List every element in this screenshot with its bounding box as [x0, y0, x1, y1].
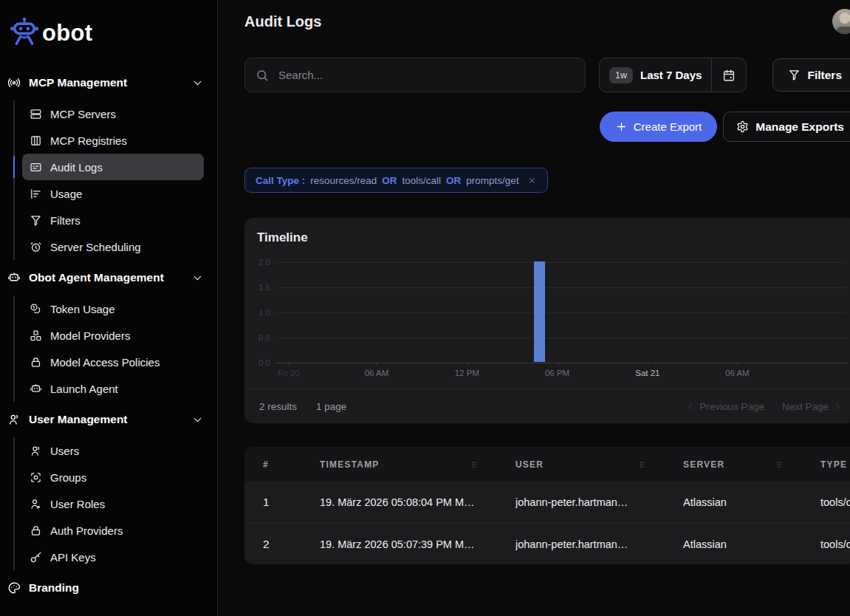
x-axis-tick-label: 06 AM — [725, 369, 750, 377]
sidebar-section-mcp-management[interactable]: MCP Management — [7, 68, 204, 97]
brand-name: obot — [42, 20, 92, 47]
sidebar-item-server-scheduling[interactable]: Server Scheduling — [22, 233, 204, 260]
server-icon — [30, 108, 42, 120]
alarm-clock-icon — [30, 241, 42, 253]
column-label: USER — [515, 459, 544, 470]
x-axis-tick — [377, 363, 377, 366]
y-axis-tick-label: 2.0 — [258, 258, 270, 267]
y-axis-tick-label: 0.0 — [258, 358, 270, 367]
create-export-button[interactable]: Create Export — [600, 112, 718, 142]
next-page-label: Next Page — [782, 401, 829, 412]
sidebar-item-label: Server Scheduling — [50, 241, 141, 253]
sidebar-section-obot-agent-management[interactable]: Obot Agent Management — [7, 263, 204, 292]
app-root: obot MCP ManagementMCP ServersMCP Regist… — [0, 0, 850, 616]
topbar: Audit Logs — [244, 0, 850, 43]
table-header-row: #TIMESTAMPUSERSERVERTYPE — [244, 447, 850, 482]
x-axis-tick-label: 06 PM — [545, 369, 569, 377]
sidebar-item-users[interactable]: Users — [22, 437, 204, 464]
x-axis-tick-label: Sat 21 — [635, 369, 659, 377]
column-header-timestamp[interactable]: TIMESTAMP — [320, 459, 515, 470]
funnel-icon — [788, 69, 801, 81]
bot-icon — [30, 383, 42, 395]
close-icon[interactable] — [527, 176, 537, 185]
gridline — [275, 287, 847, 288]
sidebar-item-token-usage[interactable]: Token Usage — [22, 295, 204, 322]
sidebar-item-usage[interactable]: Usage — [22, 180, 204, 207]
export-actions: Create Export Manage Exports — [244, 112, 850, 142]
usage-icon — [30, 188, 42, 200]
date-range-picker[interactable]: 1w Last 7 Days — [599, 58, 747, 92]
previous-page-label: Previous Page — [699, 401, 764, 412]
timeline-card: Timeline 2.01.51.00.50.0Fri 2006 AM12 PM… — [244, 218, 850, 423]
next-page-button[interactable]: Next Page — [782, 401, 843, 412]
column-resize-handle-icon[interactable] — [775, 459, 784, 470]
calendar-icon — [722, 69, 736, 82]
chip-field-label: Call Type : — [256, 175, 305, 186]
column-resize-handle-icon[interactable] — [470, 459, 479, 470]
filters-button[interactable]: Filters — [772, 58, 850, 92]
sidebar-item-api-keys[interactable]: API Keys — [22, 544, 204, 570]
y-axis-tick-label: 0.5 — [258, 333, 270, 342]
sidebar-item-label: MCP Servers — [50, 108, 116, 120]
sidebar-item-auth-providers[interactable]: Auth Providers — [22, 517, 204, 544]
funnel-icon — [30, 214, 42, 227]
section-items: UsersGroupsUser RolesAuth ProvidersAPI K… — [13, 437, 204, 570]
sidebar-item-user-roles[interactable]: User Roles — [22, 490, 204, 517]
sidebar-item-mcp-registries[interactable]: MCP Registries — [22, 127, 204, 154]
sidebar-section-user-management[interactable]: User Management — [7, 405, 204, 434]
section-label: MCP Management — [29, 76, 127, 89]
sidebar-item-filters[interactable]: Filters — [22, 207, 204, 233]
column-resize-handle-icon[interactable] — [637, 459, 646, 470]
range-badge: 1w — [609, 67, 633, 83]
gridline — [275, 338, 847, 338]
sidebar-section-branding[interactable]: Branding — [7, 573, 204, 603]
cell-server: Atlassian — [683, 496, 820, 508]
previous-page-button[interactable]: Previous Page — [685, 401, 764, 412]
x-axis-tick — [558, 363, 558, 366]
chip-value: tools/call — [402, 175, 442, 186]
brand-logo[interactable]: obot — [0, 0, 217, 58]
chevron-down-icon — [191, 77, 204, 89]
cell-server: Atlassian — [683, 538, 820, 550]
sidebar-item-label: Usage — [50, 188, 82, 200]
column-header-[interactable]: # — [244, 459, 320, 470]
chevron-right-icon — [833, 402, 843, 411]
coins-icon — [30, 303, 42, 315]
page-title: Audit Logs — [244, 13, 321, 30]
create-export-label: Create Export — [634, 120, 702, 133]
sidebar-item-model-access-policies[interactable]: Model Access Policies — [22, 349, 204, 375]
sidebar-item-groups[interactable]: Groups — [22, 464, 204, 490]
sidebar-item-label: Launch Agent — [50, 383, 118, 395]
user-avatar[interactable] — [832, 9, 850, 34]
key-icon — [30, 551, 42, 564]
column-header-type[interactable]: TYPE — [820, 459, 850, 470]
sidebar-item-label: Model Providers — [50, 329, 130, 342]
sidebar-item-audit-logs[interactable]: Audit Logs — [22, 154, 204, 180]
sidebar-item-label: Groups — [50, 471, 86, 484]
sidebar-item-label: Users — [50, 445, 79, 457]
timeline-chart: 2.01.51.00.50.0Fri 2006 AM12 PM06 PMSat … — [275, 262, 847, 363]
sidebar-item-mcp-servers[interactable]: MCP Servers — [22, 100, 204, 127]
search-input[interactable] — [277, 68, 575, 82]
section-items: MCP ServersMCP RegistriesAudit LogsUsage… — [13, 100, 204, 260]
gridline — [275, 262, 847, 263]
manage-exports-button[interactable]: Manage Exports — [723, 112, 850, 142]
sidebar-item-label: Model Access Policies — [50, 356, 160, 369]
table-row[interactable]: 119. März 2026 05:08:04 PM M…johann-pete… — [244, 482, 850, 523]
user-icon — [30, 445, 42, 457]
chip-operator: OR — [382, 175, 397, 186]
timeline-title: Timeline — [257, 230, 308, 245]
search-icon — [256, 69, 269, 82]
column-header-server[interactable]: SERVER — [683, 459, 820, 470]
chevron-down-icon — [191, 272, 204, 284]
pagination-bar: 2 results 1 page Previous Page Next Page — [244, 389, 850, 423]
section-label: Branding — [29, 581, 79, 595]
sidebar-item-model-providers[interactable]: Model Providers — [22, 322, 204, 349]
table-row[interactable]: 219. März 2026 05:07:39 PM M…johann-pete… — [244, 523, 850, 564]
page-count: 1 page — [316, 401, 346, 412]
radio-tower-icon — [7, 76, 21, 89]
calendar-button[interactable] — [712, 58, 746, 92]
column-header-user[interactable]: USER — [515, 459, 683, 470]
timeline-bar[interactable] — [534, 261, 545, 362]
sidebar-item-launch-agent[interactable]: Launch Agent — [22, 375, 204, 402]
